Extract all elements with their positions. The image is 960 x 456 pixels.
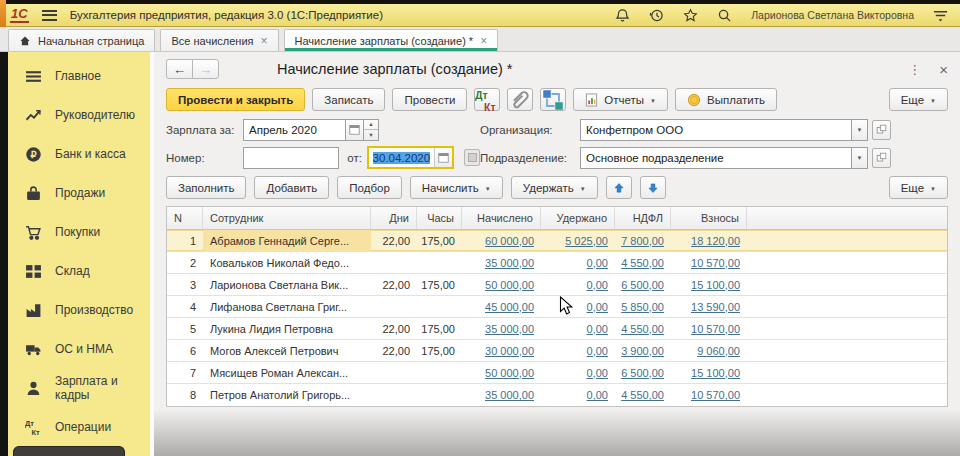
notifications-bell-icon[interactable] — [615, 8, 630, 23]
spin-down-icon[interactable]: ▼ — [364, 130, 378, 140]
tab-home[interactable]: Начальная страница — [8, 29, 155, 51]
window-menu-icon[interactable]: ⋮ — [908, 62, 921, 77]
cell-accrued-link[interactable]: 30 000,00 — [462, 340, 541, 361]
cell-employee[interactable]: Ларионова Светлана Вик... — [203, 274, 371, 295]
cell-days[interactable] — [371, 384, 417, 406]
table-row[interactable]: 6 Могов Алексей Петрович 22,00 175,00 30… — [167, 340, 947, 362]
sidebar-item-sales[interactable]: Продажи — [25, 181, 150, 205]
cell-contributions-link[interactable]: 10 570,00 — [671, 384, 747, 406]
spin-up-icon[interactable]: ▲ — [364, 120, 378, 131]
cell-hours[interactable] — [417, 384, 462, 406]
sidebar-item-fixed-assets[interactable]: ОС и НМА — [25, 337, 150, 361]
cell-accrued-link[interactable]: 35 000,00 — [462, 384, 541, 406]
cell-accrued-link[interactable]: 50 000,00 — [462, 274, 541, 295]
attachments-button[interactable] — [507, 88, 533, 111]
cell-employee[interactable]: Абрамов Геннадий Серге... — [203, 230, 371, 251]
period-calendar-button[interactable] — [346, 119, 364, 141]
cell-ndfl-link[interactable]: 7 800,00 — [615, 230, 671, 251]
cell-ndfl-link[interactable]: 6 500,00 — [615, 362, 671, 383]
table-row[interactable]: 2 Ковальков Николай Федо... 35 000,00 0,… — [167, 252, 947, 274]
sidebar-item-salary-hr[interactable]: Зарплата и кадры — [25, 376, 150, 400]
cell-accrued-link[interactable]: 50 000,00 — [462, 362, 541, 383]
cell-withheld-link[interactable]: 0,00 — [541, 296, 615, 317]
cell-accrued-link[interactable]: 35 000,00 — [462, 318, 541, 339]
favorites-star-icon[interactable] — [683, 8, 698, 23]
cell-withheld-link[interactable]: 0,00 — [541, 318, 615, 339]
cell-employee[interactable]: Могов Алексей Петрович — [203, 340, 371, 361]
cell-accrued-link[interactable]: 45 000,00 — [462, 296, 541, 317]
pay-button[interactable]: Выплатить — [675, 88, 777, 111]
post-button[interactable]: Провести — [392, 88, 467, 111]
sidebar-item-warehouse[interactable]: Склад — [25, 259, 150, 283]
tab-close-icon[interactable]: × — [261, 35, 268, 47]
table-row[interactable]: 4 Лифанова Светлана Григ... 45 000,00 0,… — [167, 296, 947, 318]
department-open-button[interactable] — [872, 148, 891, 168]
cell-days[interactable] — [371, 362, 417, 383]
table-row[interactable]: 7 Мясищев Роман Алексан... 50 000,00 0,0… — [167, 362, 947, 384]
tab-close-icon[interactable]: × — [480, 35, 487, 47]
window-close-icon[interactable]: × — [939, 61, 948, 78]
sidebar-item-bank-cash[interactable]: ₽ Банк и касса — [25, 142, 150, 166]
cell-withheld-link[interactable]: 5 025,00 — [541, 230, 615, 251]
save-button[interactable]: Записать — [312, 88, 385, 111]
service-settings-menu-icon[interactable] — [933, 8, 948, 23]
cell-withheld-link[interactable]: 0,00 — [541, 340, 615, 361]
related-documents-button[interactable] — [540, 88, 566, 111]
table-row[interactable]: 8 Петров Анатолий Григорь... 35 000,00 0… — [167, 384, 947, 406]
cell-contributions-link[interactable]: 15 100,00 — [671, 274, 747, 295]
cell-hours[interactable] — [417, 252, 462, 273]
cell-contributions-link[interactable]: 10 570,00 — [671, 252, 747, 273]
current-user-name[interactable]: Ларионова Светлана Викторовна — [751, 9, 914, 21]
sidebar-item-main[interactable]: Главное — [25, 64, 150, 88]
back-button[interactable]: ← — [166, 59, 193, 79]
search-icon[interactable] — [717, 8, 732, 23]
date-calendar-button[interactable] — [434, 148, 452, 167]
number-input[interactable] — [243, 147, 339, 169]
cell-ndfl-link[interactable]: 4 550,00 — [615, 384, 671, 406]
cell-days[interactable] — [371, 296, 417, 317]
reports-button[interactable]: Отчеты ▼ — [573, 88, 668, 111]
department-dropdown-button[interactable]: ▼ — [852, 147, 868, 169]
cell-accrued-link[interactable]: 35 000,00 — [462, 252, 541, 273]
tab-all-accruals[interactable]: Все начисления × — [160, 29, 278, 51]
cell-hours[interactable]: 175,00 — [417, 230, 462, 251]
salary-period-input[interactable]: Апрель 2020 — [243, 119, 346, 141]
cell-withheld-link[interactable]: 0,00 — [541, 362, 615, 383]
cell-hours[interactable] — [417, 296, 462, 317]
cell-employee[interactable]: Лифанова Светлана Григ... — [203, 296, 371, 317]
forward-button[interactable]: → — [192, 59, 219, 79]
move-row-up-button[interactable] — [606, 176, 632, 199]
sidebar-item-production[interactable]: Производство — [25, 298, 150, 322]
cell-contributions-link[interactable]: 15 100,00 — [671, 362, 747, 383]
cell-days[interactable]: 22,00 — [371, 340, 417, 361]
period-spinner[interactable]: ▲ ▼ — [364, 119, 379, 141]
cell-contributions-link[interactable]: 9 060,00 — [671, 340, 747, 361]
cell-accrued-link[interactable]: 60 000,00 — [462, 230, 541, 251]
cell-days[interactable]: 22,00 — [371, 230, 417, 251]
sidebar-item-operations[interactable]: ДтКт Операции — [25, 415, 150, 439]
history-icon[interactable] — [649, 8, 664, 23]
pick-button[interactable]: Подбор — [337, 176, 402, 199]
move-row-down-button[interactable] — [640, 176, 666, 199]
date-input-focused[interactable]: 30.04.2020 — [367, 146, 455, 169]
post-and-close-button[interactable]: Провести и закрыть — [166, 88, 305, 111]
cell-ndfl-link[interactable]: 4 550,00 — [615, 318, 671, 339]
cell-employee[interactable]: Петров Анатолий Григорь... — [203, 384, 371, 406]
date-extra-button[interactable] — [464, 149, 480, 166]
dt-kt-postings-button[interactable]: ДтКт — [474, 88, 500, 111]
cell-ndfl-link[interactable]: 5 850,00 — [615, 296, 671, 317]
cell-ndfl-link[interactable]: 6 500,00 — [615, 274, 671, 295]
cell-contributions-link[interactable]: 10 570,00 — [671, 318, 747, 339]
tab-salary-accrual[interactable]: Начисление зарплаты (создание) * × — [284, 29, 499, 51]
sidebar-item-purchases[interactable]: Покупки — [25, 220, 150, 244]
cell-employee[interactable]: Лукина Лидия Петровна — [203, 318, 371, 339]
cell-withheld-link[interactable]: 0,00 — [541, 274, 615, 295]
table-row[interactable]: 5 Лукина Лидия Петровна 22,00 175,00 35 … — [167, 318, 947, 340]
table-row[interactable]: 3 Ларионова Светлана Вик... 22,00 175,00… — [167, 274, 947, 296]
cell-hours[interactable]: 175,00 — [417, 274, 462, 295]
cell-withheld-link[interactable]: 0,00 — [541, 252, 615, 273]
sidebar-item-manager[interactable]: Руководителю — [25, 103, 150, 127]
cell-contributions-link[interactable]: 18 120,00 — [671, 230, 747, 251]
table-row[interactable]: 1 Абрамов Геннадий Серге... 22,00 175,00… — [167, 230, 947, 252]
organization-open-button[interactable] — [872, 120, 891, 140]
